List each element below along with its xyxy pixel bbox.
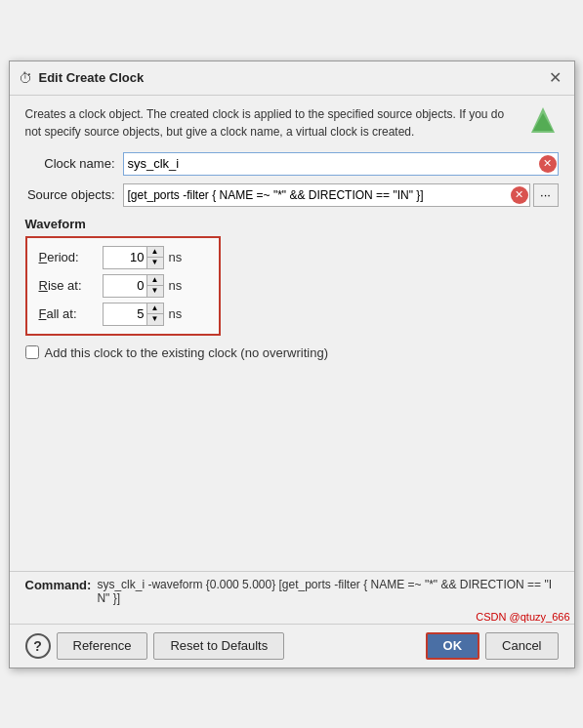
fall-at-unit: ns [169, 306, 183, 321]
source-objects-label: Source objects: [25, 187, 123, 202]
fall-at-input[interactable] [104, 303, 146, 325]
rise-at-decrement-button[interactable]: ▼ [147, 286, 163, 297]
source-field-wrap: ✕ [123, 183, 530, 207]
waveform-box: Period: ▲ ▼ ns Rise at: [25, 236, 221, 336]
rise-at-spinner: ▲ ▼ [103, 274, 164, 298]
svg-marker-1 [533, 113, 553, 131]
reference-button[interactable]: Reference [57, 632, 148, 660]
ok-button[interactable]: OK [426, 632, 480, 660]
source-objects-input[interactable] [123, 183, 530, 207]
rise-at-input[interactable] [104, 275, 146, 297]
fall-at-spinner-buttons: ▲ ▼ [146, 303, 163, 325]
waveform-section-label: Waveform [25, 217, 559, 231]
button-row: ? Reference Reset to Defaults OK Cancel [10, 624, 574, 667]
period-increment-button[interactable]: ▲ [147, 247, 163, 258]
period-label: Period: [39, 250, 103, 264]
source-objects-clear-button[interactable]: ✕ [511, 186, 528, 204]
clock-name-input[interactable] [123, 152, 559, 176]
description-text: Creates a clock object. The created cloc… [25, 105, 518, 141]
description-area: Creates a clock object. The created cloc… [25, 105, 559, 141]
period-row: Period: ▲ ▼ ns [39, 246, 207, 269]
fall-at-increment-button[interactable]: ▲ [147, 303, 163, 314]
add-clock-checkbox-row: Add this clock to the existing clock (no… [25, 345, 559, 360]
waveform-section: Waveform Period: ▲ ▼ ns Rise [25, 217, 559, 336]
clock-name-label: Clock name: [25, 156, 123, 171]
rise-at-row: Rise at: ▲ ▼ ns [39, 274, 207, 298]
fall-at-row: Fall at: ▲ ▼ ns [39, 303, 207, 326]
vivado-logo-icon [527, 105, 559, 137]
cancel-button[interactable]: Cancel [485, 632, 558, 660]
rise-underline: R [39, 278, 48, 293]
clock-icon: ⏱ [18, 70, 33, 86]
help-button[interactable]: ? [25, 633, 51, 659]
period-input[interactable] [104, 247, 146, 268]
rise-at-increment-button[interactable]: ▲ [147, 275, 163, 286]
watermark: CSDN @qtuzy_666 [10, 611, 574, 624]
spacer-area [25, 366, 559, 561]
source-objects-browse-button[interactable]: ··· [533, 183, 559, 207]
bottom-area: Command: sys_clk_i -waveform {0.000 5.00… [10, 571, 574, 667]
add-clock-checkbox[interactable] [25, 345, 39, 359]
clock-name-clear-button[interactable]: ✕ [539, 155, 557, 173]
source-objects-input-wrap: ✕ ··· [123, 183, 559, 207]
clock-name-row: Clock name: ✕ [25, 152, 559, 176]
dialog-title: Edit Create Clock [39, 70, 145, 85]
title-bar: ⏱ Edit Create Clock ✕ [10, 61, 574, 96]
fall-at-label: Fall at: [39, 306, 103, 321]
fall-at-spinner: ▲ ▼ [103, 303, 164, 326]
period-unit: ns [169, 250, 183, 264]
source-objects-row: Source objects: ✕ ··· [25, 183, 559, 207]
edit-create-clock-dialog: ⏱ Edit Create Clock ✕ Creates a clock ob… [9, 61, 575, 668]
period-spinner: ▲ ▼ [103, 246, 164, 269]
dialog-content: Creates a clock object. The created cloc… [10, 96, 574, 571]
rise-at-spinner-buttons: ▲ ▼ [146, 275, 163, 297]
title-bar-left: ⏱ Edit Create Clock [18, 70, 145, 86]
command-section: Command: sys_clk_i -waveform {0.000 5.00… [10, 571, 574, 611]
fall-at-decrement-button[interactable]: ▼ [147, 314, 163, 325]
reset-to-defaults-button[interactable]: Reset to Defaults [153, 632, 284, 660]
command-label: Command: [25, 578, 92, 592]
command-text: sys_clk_i -waveform {0.000 5.000} [get_p… [97, 578, 558, 605]
period-decrement-button[interactable]: ▼ [147, 258, 163, 268]
period-underline: P [39, 250, 48, 264]
fall-underline: F [39, 306, 47, 321]
rise-at-label: Rise at: [39, 278, 103, 293]
add-clock-label: Add this clock to the existing clock (no… [45, 345, 328, 360]
close-button[interactable]: ✕ [545, 67, 566, 89]
period-spinner-buttons: ▲ ▼ [146, 247, 163, 268]
rise-at-unit: ns [169, 278, 183, 293]
clock-name-input-wrap: ✕ [123, 152, 559, 176]
